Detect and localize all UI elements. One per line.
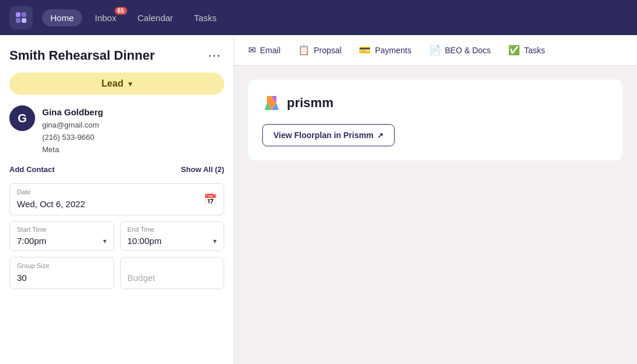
tab-proposal-label: Propsal <box>314 46 341 55</box>
start-time-chevron-icon: ▾ <box>103 237 107 245</box>
end-time-label: End Time <box>128 226 155 233</box>
tab-beo-docs-label: BEO & Docs <box>445 46 491 55</box>
payments-tab-icon: 💳 <box>359 44 371 56</box>
time-row: Start Time 7:00pm ▾ End Time 10:00pm ▾ <box>9 221 224 251</box>
contact-phone: (216) 533-9660 <box>42 132 103 144</box>
tab-bar: ✉ Email 📋 Propsal 💳 Payments 📄 BEO & Doc… <box>234 35 637 66</box>
content-area: prismm View Floorplan in Prismm ↗ <box>234 66 637 174</box>
prismm-card: prismm View Floorplan in Prismm ↗ <box>248 80 623 160</box>
start-time-label: Start Time <box>17 226 46 233</box>
tab-payments-label: Payments <box>375 46 411 55</box>
end-time-chevron-icon: ▾ <box>213 237 217 245</box>
prismm-logo-icon <box>262 94 281 112</box>
view-floorplan-label: View Floorplan in Prismm <box>273 131 374 140</box>
contact-company: Meta <box>42 144 103 156</box>
add-contact-button[interactable]: Add Contact <box>9 165 54 174</box>
calendar-icon: 📅 <box>204 193 224 206</box>
tab-email[interactable]: ✉ Email <box>248 35 280 65</box>
end-time-field[interactable]: End Time 10:00pm ▾ <box>120 221 225 251</box>
prismm-header: prismm <box>262 94 609 112</box>
event-title-row: Smith Rehearsal Dinner ⋯ <box>9 47 224 64</box>
contact-email: gina@gmail.com <box>42 119 103 132</box>
group-size-field[interactable]: Group Size 30 <box>9 257 114 289</box>
external-link-icon: ↗ <box>377 131 383 140</box>
contact-row: G Gina Goldberg gina@gmail.com (216) 533… <box>9 105 224 156</box>
contact-name: Gina Goldberg <box>42 105 103 119</box>
svg-rect-0 <box>16 12 20 17</box>
budget-field[interactable]: Budget <box>120 257 225 289</box>
navigation: Home Inbox 65 Calendar Tasks <box>0 0 637 35</box>
svg-rect-1 <box>22 12 26 17</box>
status-dropdown[interactable]: Lead ▾ <box>9 73 224 95</box>
status-label: Lead <box>101 78 123 89</box>
budget-placeholder: Budget <box>121 257 224 289</box>
size-budget-row: Group Size 30 Budget <box>9 257 224 295</box>
tasks-tab-icon: ✅ <box>508 44 520 56</box>
tab-beo-docs[interactable]: 📄 BEO & Docs <box>429 35 491 65</box>
nav-inbox[interactable]: Inbox 65 <box>87 9 125 26</box>
beo-docs-tab-icon: 📄 <box>429 44 441 56</box>
nav-tasks[interactable]: Tasks <box>186 9 225 26</box>
prismm-brand-name: prismm <box>287 95 333 111</box>
date-label: Date <box>17 188 30 195</box>
right-panel: ✉ Email 📋 Propsal 💳 Payments 📄 BEO & Doc… <box>234 35 637 364</box>
left-panel: Smith Rehearsal Dinner ⋯ Lead ▾ G Gina G… <box>0 35 234 364</box>
event-title: Smith Rehearsal Dinner <box>9 48 155 63</box>
tab-email-label: Email <box>260 46 280 55</box>
inbox-badge: 65 <box>115 7 127 15</box>
start-time-field[interactable]: Start Time 7:00pm ▾ <box>9 221 114 251</box>
chevron-down-icon: ▾ <box>128 79 132 88</box>
more-options-icon[interactable]: ⋯ <box>204 47 224 64</box>
email-tab-icon: ✉ <box>248 44 256 56</box>
nav-calendar[interactable]: Calendar <box>129 9 181 26</box>
group-size-label: Group Size <box>17 262 49 269</box>
avatar: G <box>9 105 35 131</box>
contact-actions: Add Contact Show All (2) <box>9 165 224 174</box>
tab-tasks[interactable]: ✅ Tasks <box>508 35 545 65</box>
nav-home[interactable]: Home <box>42 9 82 26</box>
date-field[interactable]: Date Wed, Oct 6, 2022 📅 <box>9 183 224 215</box>
show-all-button[interactable]: Show All (2) <box>181 165 224 174</box>
svg-rect-3 <box>22 18 26 23</box>
svg-rect-2 <box>16 18 20 23</box>
tab-tasks-label: Tasks <box>524 46 545 55</box>
proposal-tab-icon: 📋 <box>298 44 310 56</box>
main-layout: Smith Rehearsal Dinner ⋯ Lead ▾ G Gina G… <box>0 35 637 364</box>
app-logo[interactable] <box>9 6 33 29</box>
tab-proposal[interactable]: 📋 Propsal <box>298 35 341 65</box>
tab-payments[interactable]: 💳 Payments <box>359 35 411 65</box>
view-floorplan-button[interactable]: View Floorplan in Prismm ↗ <box>262 124 395 146</box>
contact-info: Gina Goldberg gina@gmail.com (216) 533-9… <box>42 105 103 156</box>
